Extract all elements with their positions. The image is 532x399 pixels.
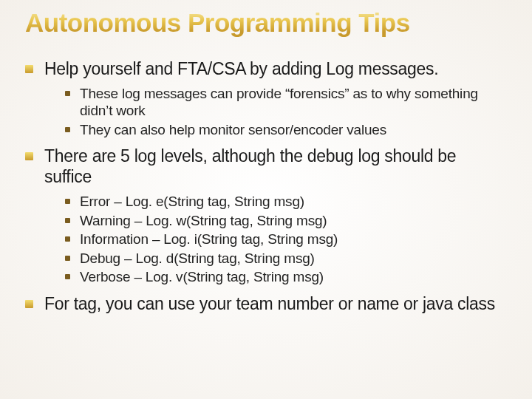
sub-bullet-text: They can also help monitor sensor/encode… bbox=[80, 122, 386, 137]
bullet-item: Help yourself and FTA/CSA by adding Log … bbox=[25, 58, 507, 139]
bullet-list-level-2: These log messages can provide “forensic… bbox=[44, 85, 507, 139]
bullet-text: There are 5 log levels, although the deb… bbox=[44, 146, 456, 186]
bullet-text: For tag, you can use your team number or… bbox=[44, 294, 495, 313]
bullet-list-level-1: Help yourself and FTA/CSA by adding Log … bbox=[25, 58, 507, 315]
bullet-text: Help yourself and FTA/CSA by adding Log … bbox=[44, 59, 438, 78]
sub-bullet-item: Warning – Log. w(String tag, String msg) bbox=[65, 212, 507, 230]
slide: Autonomous Programming Tips Help yoursel… bbox=[0, 0, 532, 399]
sub-bullet-text: These log messages can provide “forensic… bbox=[80, 86, 478, 119]
bullet-list-level-2: Error – Log. e(String tag, String msg) W… bbox=[44, 193, 507, 286]
sub-bullet-item: Error – Log. e(String tag, String msg) bbox=[65, 193, 507, 211]
sub-bullet-item: They can also help monitor sensor/encode… bbox=[65, 121, 507, 139]
sub-bullet-item: These log messages can provide “forensic… bbox=[65, 85, 507, 120]
sub-bullet-text: Information – Log. i(String tag, String … bbox=[80, 231, 338, 247]
slide-title: Autonomous Programming Tips bbox=[25, 9, 507, 38]
sub-bullet-text: Debug – Log. d(String tag, String msg) bbox=[80, 250, 315, 266]
sub-bullet-item: Information – Log. i(String tag, String … bbox=[65, 231, 507, 248]
sub-bullet-text: Warning – Log. w(String tag, String msg) bbox=[80, 213, 327, 228]
sub-bullet-item: Debug – Log. d(String tag, String msg) bbox=[65, 250, 507, 267]
bullet-item: For tag, you can use your team number or… bbox=[25, 293, 507, 314]
sub-bullet-text: Error – Log. e(String tag, String msg) bbox=[80, 194, 304, 209]
sub-bullet-text: Verbose – Log. v(String tag, String msg) bbox=[80, 269, 324, 284]
bullet-item: There are 5 log levels, although the deb… bbox=[25, 146, 507, 286]
sub-bullet-item: Verbose – Log. v(String tag, String msg) bbox=[65, 268, 507, 286]
